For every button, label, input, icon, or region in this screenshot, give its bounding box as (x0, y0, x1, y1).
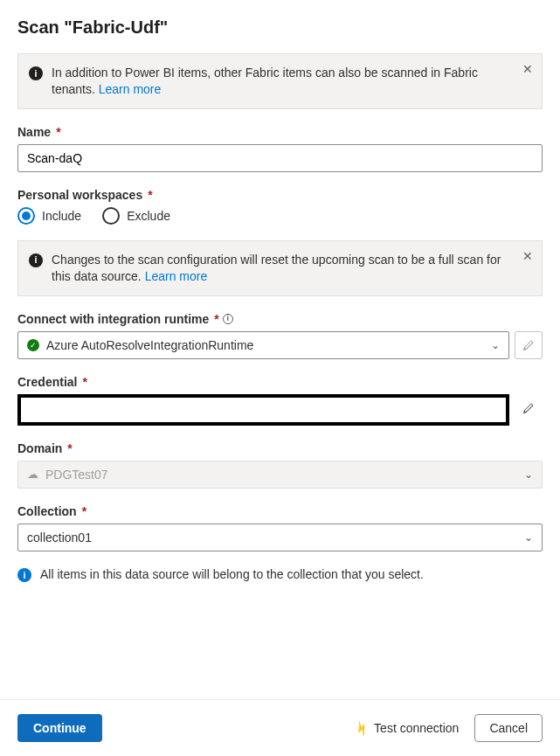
chevron-down-icon: ⌄ (491, 339, 500, 351)
info-icon: i (17, 568, 31, 582)
radio-include-label: Include (42, 209, 81, 223)
collection-select[interactable]: collection01 ⌄ (17, 524, 543, 551)
edit-runtime-button[interactable] (515, 331, 543, 359)
cloud-icon: ☁ (27, 468, 38, 481)
domain-label: Domain* (17, 441, 543, 455)
learn-more-link[interactable]: Learn more (99, 82, 162, 96)
info-banner-text-2: Changes to the scan configuration will r… (52, 252, 510, 285)
continue-button[interactable]: Continue (17, 714, 102, 742)
test-connection-button[interactable]: ⚡ Test connection (354, 721, 459, 735)
radio-include[interactable]: Include (17, 207, 81, 225)
cancel-button[interactable]: Cancel (474, 714, 543, 742)
chevron-down-icon: ⌄ (524, 468, 533, 481)
plug-icon: ⚡ (351, 718, 371, 738)
name-input[interactable] (17, 144, 543, 172)
info-banner-fabric: i In addition to Power BI items, other F… (17, 53, 543, 109)
banner-text-2: Changes to the scan configuration will r… (52, 253, 501, 283)
close-icon[interactable]: ✕ (522, 63, 533, 75)
edit-credential-button[interactable] (515, 394, 543, 422)
credential-label: Credential* (17, 375, 543, 389)
learn-more-link[interactable]: Learn more (145, 269, 208, 283)
radio-exclude-label: Exclude (127, 209, 170, 223)
runtime-select[interactable]: ✓ Azure AutoResolveIntegrationRuntime ⌄ (17, 331, 509, 359)
radio-icon (102, 207, 120, 225)
info-banner-reset: i Changes to the scan configuration will… (17, 240, 543, 296)
runtime-label: Connect with integration runtime* i (17, 312, 543, 326)
info-banner-text: In addition to Power BI items, other Fab… (52, 65, 510, 98)
pencil-icon (522, 402, 535, 414)
collection-note: i All items in this data source will bel… (17, 567, 543, 582)
credential-select[interactable] (17, 394, 509, 426)
page-title: Scan "Fabric-Udf" (17, 17, 543, 38)
workspaces-label: Personal workspaces* (17, 188, 543, 202)
info-icon: i (29, 253, 43, 267)
name-label: Name* (17, 125, 543, 139)
pencil-icon (522, 339, 535, 351)
hint-icon[interactable]: i (223, 314, 233, 324)
footer-bar: Continue ⚡ Test connection Cancel (0, 699, 560, 756)
radio-exclude[interactable]: Exclude (102, 207, 170, 225)
collection-label: Collection* (17, 504, 543, 518)
chevron-down-icon: ⌄ (524, 531, 533, 544)
runtime-value: Azure AutoResolveIntegrationRuntime (46, 338, 253, 352)
note-text: All items in this data source will belon… (40, 567, 424, 581)
collection-value: collection01 (27, 531, 92, 544)
success-icon: ✓ (27, 339, 39, 351)
domain-select: ☁ PDGTest07 ⌄ (17, 461, 543, 489)
radio-icon (17, 207, 35, 225)
test-connection-label: Test connection (374, 721, 459, 735)
close-icon[interactable]: ✕ (522, 250, 533, 262)
info-icon: i (29, 66, 43, 80)
domain-value: PDGTest07 (45, 468, 108, 482)
